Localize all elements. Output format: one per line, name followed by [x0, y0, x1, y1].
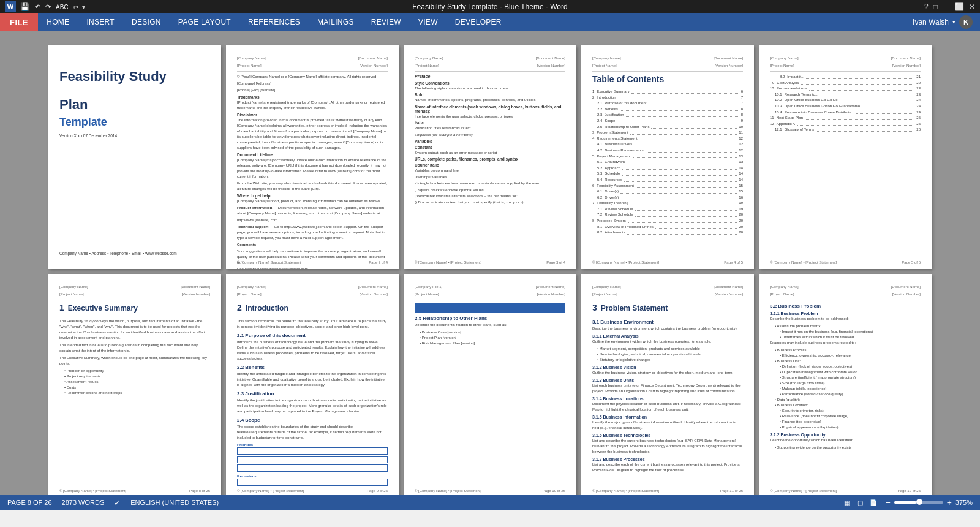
page-trademarks[interactable]: [Company Name][Document Name] [Project N…	[226, 45, 399, 269]
zoom-out-icon[interactable]: −	[885, 498, 890, 507]
comments-text: Comments	[237, 242, 388, 248]
bizprob-bullet-makeup: Makeup (skills, experience)	[770, 386, 921, 392]
rel-header: [Company File 1][Document Name]	[415, 285, 565, 289]
problem-sub313: 3.1.3 Business Units	[592, 378, 743, 382]
problem-bullet311-3: Statutory or legislative changes	[592, 357, 743, 363]
window-title: Feasibility Study Template - Blue Theme …	[412, 2, 567, 11]
rel-footer: © [Company Name] • [Project Statement]Pa…	[415, 489, 565, 493]
constant-desc: System output, such as an error message …	[415, 150, 565, 155]
tab-insert[interactable]: INSERT	[78, 13, 123, 31]
bizprob-header: [Company Name][Document Name]	[770, 285, 921, 289]
italic-heading: Italic	[415, 121, 565, 125]
print-layout-icon[interactable]: ▦	[841, 497, 852, 508]
style-intro: The following style conventions are used…	[415, 86, 565, 91]
bold-heading: Bold	[415, 93, 565, 97]
user-menu[interactable]: Ivan Walsh ▾ K	[905, 13, 980, 31]
exec-body3: The Executive Summary, which should be o…	[59, 355, 210, 366]
exec-body2: The intended text in blue is to provide …	[59, 343, 210, 354]
disclaimer-heading: Disclaimer	[237, 113, 388, 117]
website-url: http://www.[website].com	[237, 218, 388, 223]
close-icon[interactable]: ✕	[969, 2, 975, 11]
bizprob-body322: Describe the opportunity which has been …	[770, 438, 921, 443]
bizprob-footer: © [Company Name] • [Project Statement]Pa…	[770, 489, 921, 493]
page-problem[interactable]: [Company Name][Document Name] [Project N…	[581, 274, 754, 495]
problem-bullet311-2: New technologies, technical, commercial …	[592, 352, 743, 357]
tab-mailings[interactable]: MAILINGS	[309, 13, 363, 31]
constant-heading: Constant	[415, 145, 565, 150]
page-intro[interactable]: [Company Name][Document Name] [Project N…	[226, 274, 399, 495]
bizprob-bullet-str: Structure (inefficient / inappropriate s…	[770, 375, 921, 381]
minimize-icon[interactable]: —	[943, 2, 950, 11]
view-icons: ▦ ▢ 📄	[841, 497, 879, 508]
bizprob-bullet-sec: Security (perimeter, risks)	[770, 408, 921, 414]
document-lifetime-body: [Company Name] may occasionally update o…	[237, 157, 388, 180]
bizprob-bullet-def: Definition (lack of vision, scope, objec…	[770, 364, 921, 370]
problem-sub314: 3.1.4 Business Locations	[592, 396, 743, 401]
tab-design[interactable]: DESIGN	[123, 13, 170, 31]
cover-version: Version X.x • 07 December 2014	[59, 134, 210, 138]
file-tab[interactable]: FILE	[0, 13, 38, 31]
intro-section-title: Introduction	[246, 304, 288, 313]
tab-references[interactable]: REFERENCES	[239, 13, 309, 31]
customize-qat-icon[interactable]: ▾	[82, 4, 85, 10]
page-preface[interactable]: [Company Name][Document Name] [Project N…	[404, 45, 576, 269]
spell-check-icon[interactable]: ABC	[55, 4, 70, 10]
page-cover[interactable]: Feasibility Study Plan Template Version …	[48, 45, 221, 269]
bizprob-bullet-eff: Efficiency, ownership, accuracy, relevan…	[770, 353, 921, 358]
tab-review[interactable]: REVIEW	[363, 13, 410, 31]
zoom-level: 375%	[956, 499, 973, 506]
italic-example: Emphasis (for example a new term)	[415, 132, 565, 137]
page-exec-summary[interactable]: [Company Name][Document Name] [Project N…	[48, 274, 221, 495]
intro-header: [Company Name][Document Name]	[237, 285, 388, 289]
bizprob-bullet-dup: Duplication/misalignment with corporate …	[770, 370, 921, 375]
interface-heading: Name of interface elements (such windows…	[415, 105, 565, 113]
dropdown-icon: ▾	[952, 19, 956, 25]
zoom-in-icon[interactable]: +	[947, 498, 952, 507]
page3-header: [Company Name][Document Name]	[415, 56, 565, 60]
pipe-desc: | Vertical bar indicates alternate selec…	[415, 194, 565, 199]
angle-bracket-desc: <> Angle brackets enclose parameter or v…	[415, 181, 565, 186]
zoom-slider[interactable]	[894, 501, 943, 504]
intro-sub22: 2.2 Benefits	[237, 365, 388, 370]
undo-icon[interactable]: ↶	[34, 3, 42, 11]
toc2-entries: 8.2Impact it...21 9Cost Analysis22 10Rec…	[770, 74, 921, 133]
italic-desc: Publication titles referenced in text	[415, 126, 565, 131]
page-toc2[interactable]: [Company Name][Document Name] [Project N…	[759, 45, 932, 269]
priorities-box1	[237, 447, 388, 455]
maximize-icon[interactable]: ⬜	[955, 2, 964, 11]
tab-home[interactable]: HOME	[38, 13, 78, 31]
rel-header-sub: [Project Name][Version Number]	[415, 292, 565, 296]
username-label: Ivan Walsh	[913, 18, 949, 26]
download-text: From the Web site, you may also download…	[237, 181, 388, 192]
problem-footer: © [Company Name] • [Project Statement]Pa…	[592, 489, 743, 493]
spell-icon[interactable]: ✓	[114, 498, 121, 507]
problem-header: [Company Name][Document Name]	[592, 285, 743, 289]
bizprob-bullet-bp: Business Process:	[770, 347, 921, 353]
bold-desc: Names of commands, options, programs, pr…	[415, 97, 565, 102]
help-icon[interactable]: ?	[924, 2, 929, 11]
read-mode-icon[interactable]: 📄	[868, 497, 879, 508]
problem-sub316: 3.1.6 Business Technologies	[592, 433, 743, 438]
quick-save-icon[interactable]: 💾	[18, 2, 31, 11]
bizprob-sub321: 3.2.1 Business Problem	[770, 311, 921, 316]
toc-header-sub: [Project Name][Version Number]	[592, 64, 743, 67]
curly-bracket-desc: {} Braces indicate content that you must…	[415, 200, 565, 205]
toc2-header: [Company Name][Document Name]	[770, 56, 921, 60]
copyright-text: © [Year] [Company Name] or a [Company Na…	[237, 74, 388, 80]
word-count: 2873 WORDS	[62, 499, 105, 506]
page-biz-problem[interactable]: [Company Name][Document Name] [Project N…	[759, 274, 932, 495]
ribbon-display-icon[interactable]: □	[933, 2, 938, 11]
bizprob-bullet322: Supporting evidence on the opportunity e…	[770, 445, 921, 450]
page-relationship[interactable]: [Company File 1][Document Name] [Project…	[404, 274, 576, 495]
page-header: [Company Name][Document Name]	[237, 56, 388, 60]
tab-page-layout[interactable]: PAGE LAYOUT	[170, 13, 239, 31]
bizprob-bullet-loc: Business Location:	[770, 403, 921, 408]
redo-icon[interactable]: ↷	[44, 3, 52, 11]
problem-body314: Document the physical location of each b…	[592, 401, 743, 412]
format-painter-icon[interactable]: ✂	[72, 4, 80, 10]
exec-section-title: Executive Summary	[68, 304, 138, 313]
page-toc[interactable]: [Company Name][Document Name] [Project N…	[581, 45, 754, 269]
tab-view[interactable]: VIEW	[410, 13, 447, 31]
tab-developer[interactable]: DEVELOPER	[447, 13, 510, 31]
web-layout-icon[interactable]: ▢	[854, 497, 865, 508]
